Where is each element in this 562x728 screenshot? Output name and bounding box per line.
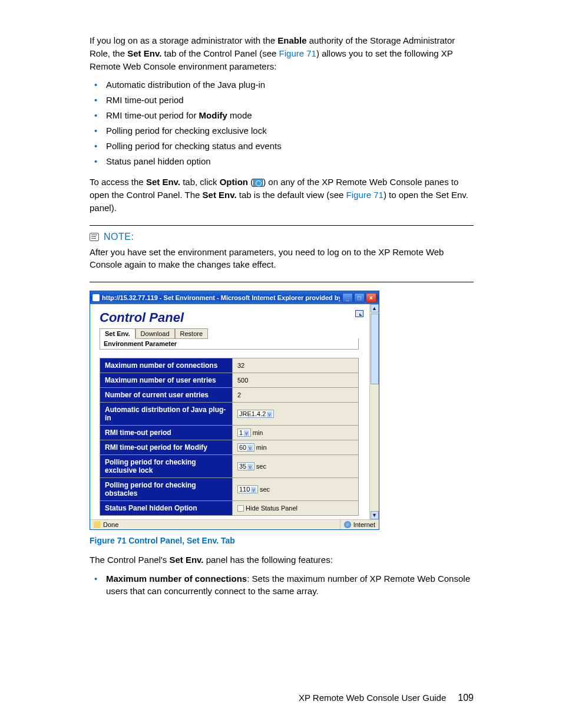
hide-status-checkbox[interactable] xyxy=(237,505,244,512)
text: RMI time-out period for xyxy=(106,110,199,120)
scroll-up-arrow[interactable]: ▲ xyxy=(371,304,379,312)
param-value: 35v sec xyxy=(233,455,359,478)
chevron-down-icon: v xyxy=(247,445,253,451)
param-value: 2 xyxy=(233,388,359,403)
features-list: Maximum number of connections: Sets the … xyxy=(90,572,474,597)
close-button[interactable]: × xyxy=(366,293,376,302)
divider xyxy=(90,225,474,226)
chevron-down-icon: v xyxy=(251,487,256,493)
param-label: Status Panel hidden Option xyxy=(100,501,233,516)
list-item: RMI time-out period for Modify mode xyxy=(103,109,474,121)
bold-setenv: Set Env. xyxy=(146,177,180,187)
text: Polling period for checking status and e… xyxy=(106,141,282,151)
list-item: Polling period for checking exclusive lo… xyxy=(103,124,474,137)
figure-71: http://15.32.77.119 - Set Environment - … xyxy=(90,291,474,530)
param-value: 32 xyxy=(233,358,359,373)
minimize-button[interactable]: _ xyxy=(342,293,353,302)
ie-title-text: http://15.32.77.119 - Set Environment - … xyxy=(102,294,340,301)
note-label: NOTE: xyxy=(104,232,134,242)
table-row: Status Panel hidden Option Hide Status P… xyxy=(100,501,359,516)
text: tab is the default view (see xyxy=(237,190,346,200)
param-value: 500 xyxy=(233,373,359,388)
table-row: RMI time-out period 1v min xyxy=(100,426,359,440)
tab-set-env[interactable]: Set Env. xyxy=(100,328,135,339)
param-label: Polling period for checking obstacles xyxy=(100,478,233,501)
unit-text: sec xyxy=(260,486,270,493)
rmi-timeout-select[interactable]: 1v xyxy=(237,429,251,437)
text: If you log on as a storage administrator… xyxy=(90,35,277,45)
unit-text: min xyxy=(256,444,267,451)
param-value: 110v sec xyxy=(233,478,359,501)
link-figure71[interactable]: Figure 71 xyxy=(346,190,384,200)
list-item: Status panel hidden option xyxy=(103,155,474,167)
list-item: RMI time-out period xyxy=(103,94,474,106)
param-label: Automatic distribution of Java plug-in xyxy=(100,403,233,426)
table-row: Number of current user entries 2 xyxy=(100,388,359,403)
note-icon xyxy=(90,233,99,241)
ie-app-icon xyxy=(92,294,100,301)
intro-paragraph: If you log on as a storage administrator… xyxy=(90,34,474,73)
footer-guide-title: XP Remote Web Console User Guide xyxy=(299,693,446,703)
tab-download[interactable]: Download xyxy=(135,328,175,339)
text: Polling period for checking exclusive lo… xyxy=(106,126,267,136)
tab-restore[interactable]: Restore xyxy=(175,328,209,339)
unit-text: min xyxy=(253,429,263,436)
bold-option: Option xyxy=(220,177,248,187)
sel-text: 1 xyxy=(239,429,243,436)
scroll-thumb[interactable] xyxy=(371,314,379,384)
subtab-env-param[interactable]: Environment Parameter xyxy=(100,338,359,350)
bold-modify: Modify xyxy=(199,110,227,120)
text: tab, click xyxy=(180,177,220,187)
cp-tabs: Set Env. Download Restore xyxy=(100,328,363,338)
table-row: Polling period for checking exclusive lo… xyxy=(100,455,359,478)
text: panel has the following features: xyxy=(204,555,333,565)
param-label: Polling period for checking exclusive lo… xyxy=(100,455,233,478)
param-label: RMI time-out period for Modify xyxy=(100,440,233,455)
page-footer: XP Remote Web Console User Guide 109 xyxy=(299,693,474,703)
sel-text: JRE1.4.2 xyxy=(239,410,266,417)
after-figure-paragraph: The Control Panel's Set Env. panel has t… xyxy=(90,554,474,566)
maximize-button[interactable]: □ xyxy=(354,293,365,302)
checkbox-label: Hide Status Panel xyxy=(246,505,297,512)
param-value: Hide Status Panel xyxy=(233,501,359,516)
jre-select[interactable]: JRE1.4.2v xyxy=(237,410,274,418)
table-row: Maximum number of connections 32 xyxy=(100,358,359,373)
divider xyxy=(90,282,474,282)
scroll-down-arrow[interactable]: ▼ xyxy=(371,511,379,519)
sel-text: 35 xyxy=(239,463,246,470)
option-icon xyxy=(253,179,263,187)
sel-text: 60 xyxy=(239,444,246,451)
unit-text: sec xyxy=(256,463,266,470)
link-figure71[interactable]: Figure 71 xyxy=(279,48,316,58)
table-row: RMI time-out period for Modify 60v min xyxy=(100,440,359,455)
vertical-scrollbar[interactable]: ▲ ▼ xyxy=(369,304,379,519)
panel-top-icon[interactable] xyxy=(355,310,363,317)
polling-obstacles-select[interactable]: 110v xyxy=(237,485,258,493)
status-done-icon xyxy=(94,521,101,528)
bold-setenv: Set Env. xyxy=(169,555,203,565)
param-label: RMI time-out period xyxy=(100,426,233,440)
chevron-down-icon: v xyxy=(267,411,272,417)
param-value: 60v min xyxy=(233,440,359,455)
param-value: 1v min xyxy=(233,426,359,440)
table-row: Automatic distribution of Java plug-in J… xyxy=(100,403,359,426)
chevron-down-icon: v xyxy=(247,464,253,470)
chevron-down-icon: v xyxy=(244,430,249,436)
table-row: Polling period for checking obstacles 11… xyxy=(100,478,359,501)
param-label: Number of current user entries xyxy=(100,388,233,403)
bold-max-conn: Maximum number of connections xyxy=(106,574,247,584)
env-param-list: Automatic distribution of the Java plug-… xyxy=(90,78,474,167)
ie-window: http://15.32.77.119 - Set Environment - … xyxy=(90,291,379,530)
text: Status panel hidden option xyxy=(106,156,211,166)
sel-text: 110 xyxy=(239,486,250,493)
figure-caption: Figure 71 Control Panel, Set Env. Tab xyxy=(90,536,474,545)
access-paragraph: To access the Set Env. tab, click Option… xyxy=(90,176,474,214)
list-item: Polling period for checking status and e… xyxy=(103,140,474,152)
page-number: 109 xyxy=(458,693,474,703)
rmi-modify-select[interactable]: 60v xyxy=(237,443,254,452)
param-label: Maximum number of user entries xyxy=(100,373,233,388)
bold-enable: Enable xyxy=(277,35,306,45)
ie-titlebar: http://15.32.77.119 - Set Environment - … xyxy=(90,291,379,304)
control-panel-title: Control Panel xyxy=(100,310,363,325)
polling-lock-select[interactable]: 35v xyxy=(237,462,254,470)
